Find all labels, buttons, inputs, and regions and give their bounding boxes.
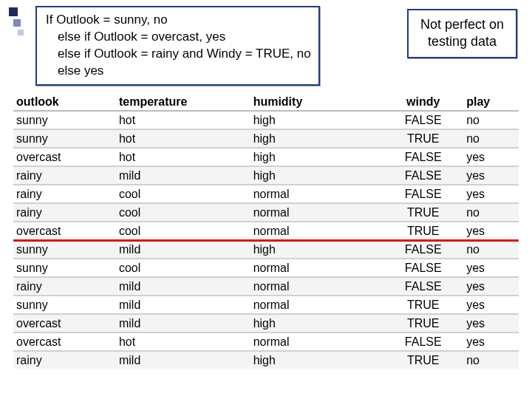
cell-temperature: cool <box>116 222 250 240</box>
table-row: sunnymildnormalTRUEyes <box>13 296 519 314</box>
cell-windy: FALSE <box>384 185 463 203</box>
col-header-windy: windy <box>384 93 463 111</box>
table-row: rainycoolnormalTRUEno <box>13 203 519 222</box>
table-row: rainymildhighFALSEyes <box>13 166 519 185</box>
cell-windy: FALSE <box>384 332 463 351</box>
table-row: rainymildhighTRUEno <box>13 351 519 369</box>
cell-humidity: normal <box>250 259 385 277</box>
cell-temperature: hot <box>116 332 250 351</box>
cell-humidity: high <box>250 148 385 166</box>
cell-outlook: sunny <box>13 129 116 148</box>
cell-windy: FALSE <box>384 259 463 277</box>
bullet-icon <box>13 19 21 27</box>
cell-windy: TRUE <box>384 296 463 314</box>
rule-line: else yes <box>46 63 311 80</box>
cell-humidity: high <box>250 111 385 129</box>
cell-temperature: cool <box>116 259 250 277</box>
cell-temperature: mild <box>116 277 250 296</box>
cell-play: yes <box>463 259 519 277</box>
col-header-outlook: outlook <box>13 93 116 111</box>
cell-temperature: cool <box>116 185 250 203</box>
cell-humidity: high <box>250 129 385 148</box>
table-row: sunnyhothighFALSEno <box>13 111 519 129</box>
cell-outlook: rainy <box>13 351 116 369</box>
cell-windy: TRUE <box>384 222 463 240</box>
cell-play: yes <box>463 314 519 332</box>
cell-play: yes <box>463 296 519 314</box>
cell-temperature: mild <box>116 314 250 332</box>
cell-outlook: overcast <box>13 222 116 240</box>
cell-humidity: normal <box>250 277 385 296</box>
cell-temperature: hot <box>116 111 250 129</box>
slide-page: If Outlook = sunny, no else if Outlook =… <box>0 0 532 399</box>
rule-line: If Outlook = sunny, no <box>46 12 311 29</box>
cell-outlook: overcast <box>13 332 116 351</box>
cell-temperature: mild <box>116 166 250 185</box>
cell-windy: TRUE <box>384 351 463 369</box>
table-row: sunnyhothighTRUEno <box>13 129 519 148</box>
cell-outlook: sunny <box>13 240 116 259</box>
cell-outlook: rainy <box>13 166 116 185</box>
cell-play: no <box>463 351 519 369</box>
cell-humidity: high <box>250 240 385 259</box>
callout-line: Not perfect on <box>420 16 504 33</box>
cell-play: yes <box>463 222 519 240</box>
rule-line: else if Outlook = overcast, yes <box>46 29 311 46</box>
col-header-humidity: humidity <box>250 93 385 111</box>
table-row: sunnycoolnormalFALSEyes <box>13 259 519 277</box>
callout-box: Not perfect on testing data <box>407 9 517 58</box>
cell-outlook: overcast <box>13 148 116 166</box>
data-table-wrap: outlook temperature humidity windy play … <box>0 93 532 369</box>
cell-outlook: sunny <box>13 259 116 277</box>
cell-outlook: rainy <box>13 185 116 203</box>
train-test-separator <box>13 239 519 242</box>
cell-play: no <box>463 203 519 222</box>
table-row: rainycoolnormalFALSEyes <box>13 185 519 203</box>
col-header-play: play <box>463 93 519 111</box>
cell-windy: FALSE <box>384 148 463 166</box>
cell-play: yes <box>463 332 519 351</box>
table-row: rainymildnormalFALSEyes <box>13 277 519 296</box>
cell-play: no <box>463 240 519 259</box>
cell-windy: FALSE <box>384 277 463 296</box>
cell-outlook: sunny <box>13 296 116 314</box>
cell-outlook: rainy <box>13 203 116 222</box>
cell-humidity: high <box>250 314 385 332</box>
rule-line: else if Outlook = rainy and Windy = TRUE… <box>46 46 311 63</box>
cell-windy: TRUE <box>384 314 463 332</box>
cell-temperature: cool <box>116 203 250 222</box>
cell-play: no <box>463 111 519 129</box>
cell-windy: TRUE <box>384 129 463 148</box>
table-row: overcasthotnormalFALSEyes <box>13 332 519 351</box>
cell-humidity: normal <box>250 203 385 222</box>
cell-outlook: rainy <box>13 277 116 296</box>
table-row: overcasthothighFALSEyes <box>13 148 519 166</box>
cell-outlook: sunny <box>13 111 116 129</box>
table-row: overcastcoolnormalTRUEyes <box>13 222 519 240</box>
table-row: overcastmildhighTRUEyes <box>13 314 519 332</box>
cell-humidity: normal <box>250 332 385 351</box>
decision-rule-box: If Outlook = sunny, no else if Outlook =… <box>35 6 320 86</box>
cell-humidity: normal <box>250 222 385 240</box>
cell-temperature: hot <box>116 148 250 166</box>
cell-humidity: normal <box>250 185 385 203</box>
cell-play: no <box>463 129 519 148</box>
cell-outlook: overcast <box>13 314 116 332</box>
cell-humidity: high <box>250 166 385 185</box>
cell-temperature: mild <box>116 351 250 369</box>
bullet-icon <box>18 30 24 35</box>
cell-temperature: mild <box>116 240 250 259</box>
col-header-temperature: temperature <box>116 93 250 111</box>
weather-play-table: outlook temperature humidity windy play … <box>13 93 519 369</box>
cell-play: yes <box>463 148 519 166</box>
cell-play: yes <box>463 277 519 296</box>
table-row: sunnymildhighFALSEno <box>13 240 519 259</box>
cell-temperature: mild <box>116 296 250 314</box>
decorative-bullets <box>9 7 24 38</box>
callout-line: testing data <box>420 33 504 50</box>
cell-windy: FALSE <box>384 111 463 129</box>
cell-windy: TRUE <box>384 203 463 222</box>
table-header-row: outlook temperature humidity windy play <box>13 93 519 111</box>
bullet-icon <box>9 7 18 16</box>
cell-windy: FALSE <box>384 166 463 185</box>
